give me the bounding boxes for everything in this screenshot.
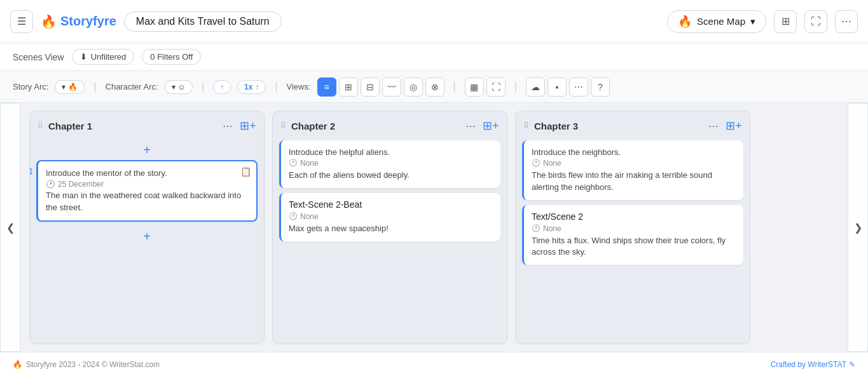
filters-off-label: 0 Filters Off <box>150 52 193 62</box>
scene-3-2-title: Text/Scene 2 <box>532 211 736 222</box>
chapter-1-header: ⠿ Chapter 1 ⋯ ⊞+ <box>30 111 264 138</box>
view-target-button[interactable]: ◎ <box>404 77 423 97</box>
scene-1-1-selected-icon: 📋 <box>240 166 251 177</box>
view-buttons-group-2: ▦ ⛶ <box>465 77 506 97</box>
filter-icon: ⬇ <box>80 52 87 62</box>
scene-2-2-body-text: Max gets a new spaceship! <box>289 223 493 235</box>
nav-right-arrow[interactable]: ❯ <box>848 103 868 352</box>
chapter-1-add-top-button[interactable]: + <box>36 140 258 160</box>
footer-left-text: Storyfyre 2023 - 2024 © WriterStat.com <box>26 360 160 369</box>
sort-up-icon: ↑ <box>220 83 224 91</box>
zoom-up-icon: ↑ <box>255 83 259 91</box>
chapter-2-column: ⠿ Chapter 2 ⋯ ⊞+ Introduce the helpful a… <box>272 111 507 344</box>
chapter-1-add-bottom-button[interactable]: + <box>36 227 258 246</box>
scene-1-1-date-text: 25 December <box>58 180 104 189</box>
chapter-3-header: ⠿ Chapter 3 ⋯ ⊞+ <box>516 111 750 138</box>
view-buttons-group: ≡ ⊞ ⊟ 〰 ◎ ⊗ <box>317 77 444 97</box>
zoom-label: 1x <box>244 83 252 91</box>
unfiltered-label: Unfiltered <box>91 52 127 62</box>
scene-1-1-date: 🕐 25 December <box>46 180 249 189</box>
columns-container: ⠿ Chapter 1 ⋯ ⊞+ + ⇕ Introduce the mento… <box>20 103 848 352</box>
story-arc-button[interactable]: ▾ 🔥 <box>55 80 85 94</box>
story-arc-chevron-icon: ▾ <box>62 83 65 91</box>
logo: 🔥 Storyfyre <box>41 14 116 29</box>
view-link-button[interactable]: ⊗ <box>425 77 444 97</box>
sort-up-button[interactable]: ↑ <box>213 80 231 94</box>
scenes-view-label: Scenes View <box>13 52 64 62</box>
scene-1-1-clock-icon: 🕐 <box>46 180 55 189</box>
chapter-1-menu-button[interactable]: ⋯ <box>219 117 236 134</box>
scene-map-button[interactable]: 🔥 Scene Map ▾ <box>667 10 766 33</box>
separator-2: | <box>202 81 204 93</box>
chapter-2-title: Chapter 2 <box>291 121 458 131</box>
scene-2-2-title: Text-Scene 2-Beat <box>289 199 493 210</box>
scene-3-1-meta: 🕐 None <box>532 159 736 168</box>
scene-1-1-move-icon: ⇕ <box>30 166 34 177</box>
chapter-3-add-button[interactable]: ⊞+ <box>726 117 742 134</box>
chapter-3-menu-button[interactable]: ⋯ <box>705 117 722 134</box>
character-arc-chevron-icon: ▾ <box>172 83 176 91</box>
scene-3-1-intro-text: Introduce the neighbors. <box>532 147 736 159</box>
view-help-button[interactable]: ? <box>591 77 610 97</box>
view-buttons-group-3: ☁ ▪ ⋯ ? <box>526 77 610 97</box>
view-dots-button[interactable]: ⋯ <box>569 77 588 97</box>
chapter-1-add-button[interactable]: ⊞+ <box>240 117 256 134</box>
character-arc-face-icon: ☺ <box>178 83 186 91</box>
footer-right: Crafted by WriterSTAT ✎ <box>771 360 855 369</box>
scene-3-2-meta: 🕐 None <box>532 224 736 233</box>
scene-2-1-card[interactable]: Introduce the helpful aliens. 🕐 None Eac… <box>279 140 500 188</box>
chapter-3-drag-handle: ⠿ <box>523 121 529 130</box>
scene-2-1-meta: 🕐 None <box>289 159 493 168</box>
view-grid-button[interactable]: ⊞ <box>339 77 358 97</box>
footer-edit-icon: ✎ <box>849 360 855 369</box>
footer: 🔥 Storyfyre 2023 - 2024 © WriterStat.com… <box>0 352 868 376</box>
zoom-button[interactable]: 1x ↑ <box>237 80 266 94</box>
footer-flame-icon: 🔥 <box>13 360 22 369</box>
scene-2-2-clock-icon: 🕐 <box>289 212 298 220</box>
scene-map-label: Scene Map <box>697 16 745 27</box>
scene-2-1-time-label: None <box>300 159 319 168</box>
chapter-3-column: ⠿ Chapter 3 ⋯ ⊞+ Introduce the neighbors… <box>515 111 750 344</box>
logo-text: Storyfyre <box>60 14 116 29</box>
logo-icon: 🔥 <box>41 14 57 29</box>
view-expand-button[interactable]: ⛶ <box>486 77 506 97</box>
chapter-2-menu-button[interactable]: ⋯ <box>462 117 479 134</box>
scene-1-1-card[interactable]: ⇕ Introduce the mentor of the story. 🕐 2… <box>36 160 258 222</box>
footer-right-text: Crafted by WriterSTAT <box>771 360 846 369</box>
main-content: ❮ ⠿ Chapter 1 ⋯ ⊞+ + ⇕ Introduce the men… <box>0 103 868 352</box>
separator-1: | <box>93 81 96 93</box>
chapter-3-body: Introduce the neighbors. 🕐 None The bird… <box>516 138 750 344</box>
view-settings-button[interactable]: ⊟ <box>361 77 380 97</box>
unfiltered-button[interactable]: ⬇ Unfiltered <box>72 49 135 65</box>
scene-3-2-card[interactable]: Text/Scene 2 🕐 None Time hits a flux. Wi… <box>522 205 743 265</box>
filter-bar: Story Arc: ▾ 🔥 | Character Arc: ▾ ☺ | ↑ … <box>0 71 868 103</box>
separator-3: | <box>275 81 277 93</box>
scene-map-flame-icon: 🔥 <box>678 15 692 29</box>
expand-button[interactable]: ⛶ <box>804 10 827 33</box>
scene-2-1-clock-icon: 🕐 <box>289 159 298 167</box>
chapter-1-title: Chapter 1 <box>48 121 216 131</box>
view-wave-button[interactable]: 〰 <box>382 77 401 97</box>
menu-button[interactable]: ☰ <box>10 10 33 33</box>
character-arc-button[interactable]: ▾ ☺ <box>165 80 193 94</box>
scene-2-2-meta: 🕐 None <box>289 212 493 221</box>
nav-left-arrow[interactable]: ❮ <box>0 103 20 352</box>
separator-5: | <box>514 81 517 93</box>
scene-3-1-card[interactable]: Introduce the neighbors. 🕐 None The bird… <box>522 140 743 200</box>
scene-2-2-card[interactable]: Text-Scene 2-Beat 🕐 None Max gets a new … <box>279 193 500 241</box>
character-arc-label: Character Arc: <box>106 82 158 91</box>
view-list-button[interactable]: ≡ <box>317 77 336 97</box>
filters-off-button[interactable]: 0 Filters Off <box>142 49 201 65</box>
view-card-button[interactable]: ▦ <box>465 77 484 97</box>
project-title[interactable]: Max and Kits Travel to Saturn <box>124 11 282 32</box>
more-options-button[interactable]: ⋯ <box>835 10 858 33</box>
chapter-2-add-button[interactable]: ⊞+ <box>483 117 499 134</box>
scene-3-2-time-label: None <box>543 224 561 233</box>
view-tile-button[interactable]: ▪ <box>548 77 567 97</box>
scene-3-1-clock-icon: 🕐 <box>532 159 541 167</box>
view-cloud-button[interactable]: ☁ <box>526 77 545 97</box>
layout-button[interactable]: ⊞ <box>774 10 797 33</box>
chapter-2-body: Introduce the helpful aliens. 🕐 None Eac… <box>273 138 507 344</box>
story-arc-flame-icon: 🔥 <box>68 83 78 91</box>
scene-3-1-time-label: None <box>543 159 561 168</box>
